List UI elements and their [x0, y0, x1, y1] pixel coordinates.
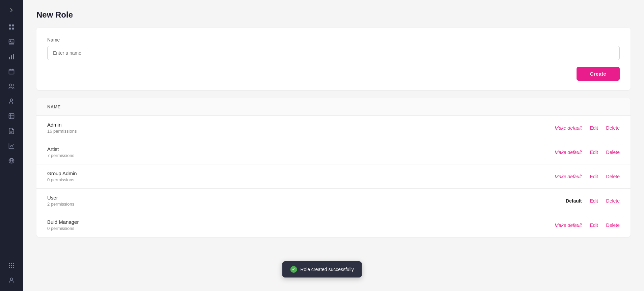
account-icon [8, 277, 15, 284]
delete-button-user[interactable]: Delete [606, 198, 620, 204]
role-permissions-admin: 16 permissions [47, 129, 555, 134]
sidebar-item-apps[interactable] [4, 259, 19, 272]
svg-rect-5 [9, 44, 14, 45]
make-default-button-group-admin[interactable]: Make default [555, 174, 582, 179]
role-name-admin: Admin [47, 122, 555, 128]
globe-icon [8, 157, 15, 164]
svg-point-18 [9, 265, 10, 266]
role-permissions-artist: 7 permissions [47, 153, 555, 158]
make-default-button-admin[interactable]: Make default [555, 125, 582, 131]
svg-point-24 [10, 278, 13, 280]
role-permissions-user: 2 permissions [47, 202, 566, 207]
svg-point-16 [11, 263, 12, 264]
sidebar-item-users[interactable] [4, 80, 19, 93]
svg-point-11 [9, 84, 12, 86]
role-actions-user: Default Edit Delete [566, 198, 620, 204]
grid-icon [8, 24, 15, 30]
delete-button-admin[interactable]: Delete [606, 125, 620, 131]
name-field-label: Name [47, 37, 620, 43]
svg-point-17 [13, 263, 14, 264]
role-info-user: User 2 permissions [47, 195, 566, 207]
roles-table: Name Admin 16 permissions Make default E… [36, 98, 631, 237]
table-row: Admin 16 permissions Make default Edit D… [36, 116, 631, 140]
sidebar-item-calendar[interactable] [4, 65, 19, 78]
role-name-input[interactable] [47, 46, 620, 60]
default-badge-user: Default [566, 198, 582, 204]
toast-notification: ✓ Role created successfully [282, 261, 362, 277]
sidebar-item-user[interactable] [4, 95, 19, 108]
role-name-buid-manager: Buid Manager [47, 219, 555, 225]
sidebar-item-gallery[interactable] [4, 35, 19, 49]
user-icon [8, 98, 15, 105]
table-row: Group Admin 0 permissions Make default E… [36, 164, 631, 189]
sidebar-item-table[interactable] [4, 109, 19, 123]
sidebar-item-chart[interactable] [4, 50, 19, 63]
chevron-right-icon [8, 7, 15, 14]
svg-rect-13 [9, 114, 14, 119]
role-info-admin: Admin 16 permissions [47, 122, 555, 134]
svg-point-19 [11, 265, 12, 266]
users-icon [8, 83, 15, 90]
role-actions-admin: Make default Edit Delete [555, 125, 620, 131]
sidebar-item-analytics[interactable] [4, 139, 19, 153]
role-permissions-buid-manager: 0 permissions [47, 226, 555, 231]
apps-icon [8, 262, 15, 269]
create-role-button[interactable]: Create [577, 67, 620, 81]
role-name-user: User [47, 195, 566, 201]
svg-rect-10 [9, 69, 14, 74]
svg-point-21 [9, 267, 10, 268]
role-info-artist: Artist 7 permissions [47, 146, 555, 158]
sidebar-item-account[interactable] [4, 273, 19, 287]
role-permissions-group-admin: 0 permissions [47, 177, 555, 182]
table-row: Artist 7 permissions Make default Edit D… [36, 140, 631, 164]
sidebar-toggle-button[interactable] [5, 4, 18, 16]
delete-button-buid-manager[interactable]: Delete [606, 222, 620, 228]
delete-button-group-admin[interactable]: Delete [606, 174, 620, 179]
edit-button-group-admin[interactable]: Edit [590, 174, 598, 179]
sidebar-item-globe[interactable] [4, 154, 19, 167]
edit-button-admin[interactable]: Edit [590, 125, 598, 131]
svg-rect-9 [13, 54, 14, 59]
svg-rect-8 [11, 55, 12, 59]
main-content: New Role Name Create Name Admin 16 permi… [23, 0, 644, 291]
role-actions-buid-manager: Make default Edit Delete [555, 222, 620, 228]
role-name-artist: Artist [47, 146, 555, 152]
svg-rect-3 [12, 28, 14, 30]
role-info-buid-manager: Buid Manager 0 permissions [47, 219, 555, 231]
svg-point-23 [13, 267, 14, 268]
sidebar-item-dashboard[interactable] [4, 20, 19, 34]
svg-rect-0 [9, 25, 11, 27]
svg-point-12 [10, 99, 13, 101]
bar-chart-icon [8, 53, 15, 60]
svg-rect-1 [12, 25, 14, 27]
table-row: User 2 permissions Default Edit Delete [36, 189, 631, 213]
make-default-button-artist[interactable]: Make default [555, 150, 582, 155]
create-role-form: Name Create [36, 28, 631, 90]
edit-button-artist[interactable]: Edit [590, 150, 598, 155]
edit-button-user[interactable]: Edit [590, 198, 598, 204]
delete-button-artist[interactable]: Delete [606, 150, 620, 155]
image-gallery-icon [8, 38, 15, 45]
sidebar [0, 0, 23, 291]
toast-check-icon: ✓ [290, 266, 297, 273]
page-title: New Role [36, 10, 631, 20]
edit-button-buid-manager[interactable]: Edit [590, 222, 598, 228]
table-row: Buid Manager 0 permissions Make default … [36, 213, 631, 237]
role-name-group-admin: Group Admin [47, 170, 555, 176]
table-header: Name [36, 98, 631, 116]
sidebar-item-document[interactable] [4, 124, 19, 138]
role-actions-artist: Make default Edit Delete [555, 150, 620, 155]
table-icon [8, 113, 15, 120]
svg-rect-2 [9, 28, 11, 30]
svg-point-22 [11, 267, 12, 268]
make-default-button-buid-manager[interactable]: Make default [555, 222, 582, 228]
svg-rect-7 [9, 57, 10, 59]
analytics-icon [8, 142, 15, 149]
role-actions-group-admin: Make default Edit Delete [555, 174, 620, 179]
svg-point-15 [9, 263, 10, 264]
svg-point-20 [13, 265, 14, 266]
toast-message: Role created successfully [300, 267, 354, 272]
role-info-group-admin: Group Admin 0 permissions [47, 170, 555, 182]
calendar-icon [8, 68, 15, 75]
document-icon [8, 128, 15, 134]
